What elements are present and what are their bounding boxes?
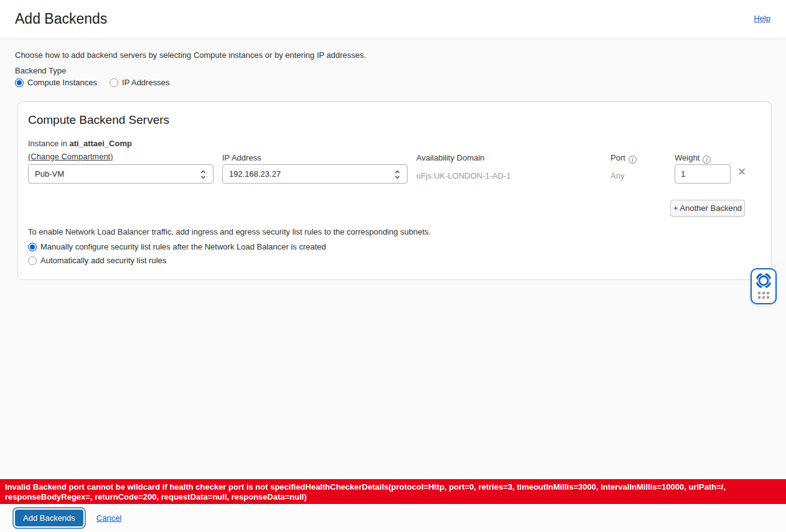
radio-manually-configure-label: Manually configure security list rules a… xyxy=(40,242,326,251)
ip-address-select-value: 192.168.23.27 xyxy=(229,169,281,179)
port-label: Porti xyxy=(611,153,637,164)
footer-actions: Add Backends Cancel xyxy=(0,504,786,532)
floating-help-widget[interactable] xyxy=(751,268,777,304)
weight-info-icon[interactable]: i xyxy=(703,156,711,164)
radio-automatically-add-label: Automatically add security list rules xyxy=(40,256,166,265)
another-backend-button[interactable]: + Another Backend xyxy=(670,200,745,217)
card-title: Compute Backend Servers xyxy=(28,113,169,127)
radio-selected-icon[interactable] xyxy=(28,243,37,251)
compartment-name: ati_attaei_Comp xyxy=(70,139,132,148)
help-link[interactable]: Help xyxy=(754,14,770,23)
radio-compute-instances[interactable]: Compute Instances xyxy=(15,78,97,87)
add-backends-button[interactable]: Add Backends xyxy=(15,510,83,526)
radio-compute-instances-label: Compute Instances xyxy=(27,78,97,87)
error-banner: Invalid Backend port cannot be wildcard … xyxy=(0,479,786,504)
port-value: Any xyxy=(611,171,624,180)
backend-type-radio-group: Compute Instances IP Addresses xyxy=(15,78,169,87)
radio-unselected-icon[interactable] xyxy=(28,256,37,265)
instance-label: Instance in ati_attaei_Comp xyxy=(28,139,132,148)
drag-dots-icon[interactable] xyxy=(758,292,769,299)
change-compartment-link[interactable]: (Change Compartment) xyxy=(28,152,113,161)
lifebuoy-help-icon[interactable] xyxy=(754,271,773,290)
remove-backend-icon[interactable]: ✕ xyxy=(737,167,746,177)
ip-address-label: IP Address xyxy=(222,153,261,162)
availability-domain-label: Availability Domain xyxy=(416,153,485,162)
cancel-link[interactable]: Cancel xyxy=(96,513,121,523)
instance-select-value: Pub-VM xyxy=(35,169,64,179)
compute-backend-servers-card: Compute Backend Servers Instance in ati_… xyxy=(17,101,772,280)
port-info-icon[interactable]: i xyxy=(629,156,637,164)
radio-manually-configure[interactable]: Manually configure security list rules a… xyxy=(28,242,326,251)
radio-automatically-add[interactable]: Automatically add security list rules xyxy=(28,256,166,265)
page-header: Add Backends Help xyxy=(0,0,786,39)
backend-type-label: Backend Type xyxy=(15,66,66,75)
ip-address-select[interactable]: 192.168.23.27 xyxy=(222,164,408,184)
select-chevrons-icon xyxy=(200,170,206,179)
weight-input[interactable] xyxy=(675,164,731,184)
select-chevrons-icon xyxy=(395,170,400,179)
weight-label: Weighti xyxy=(675,153,711,164)
port-label-text: Port xyxy=(611,153,625,162)
security-note: To enable Network Load Balancer traffic,… xyxy=(28,227,431,236)
instance-label-prefix: Instance in xyxy=(28,139,70,148)
weight-label-text: Weight xyxy=(675,153,699,162)
radio-ip-addresses[interactable]: IP Addresses xyxy=(110,78,169,87)
instance-select[interactable]: Pub-VM xyxy=(28,164,213,184)
page-description: Choose how to add backend servers by sel… xyxy=(15,50,366,60)
radio-ip-addresses-label: IP Addresses xyxy=(122,78,169,87)
radio-unselected-icon[interactable] xyxy=(110,78,118,87)
availability-domain-value: uFjs:UK-LONDON-1-AD-1 xyxy=(416,171,511,180)
page-title: Add Backends xyxy=(15,11,107,27)
radio-selected-icon[interactable] xyxy=(15,78,24,87)
